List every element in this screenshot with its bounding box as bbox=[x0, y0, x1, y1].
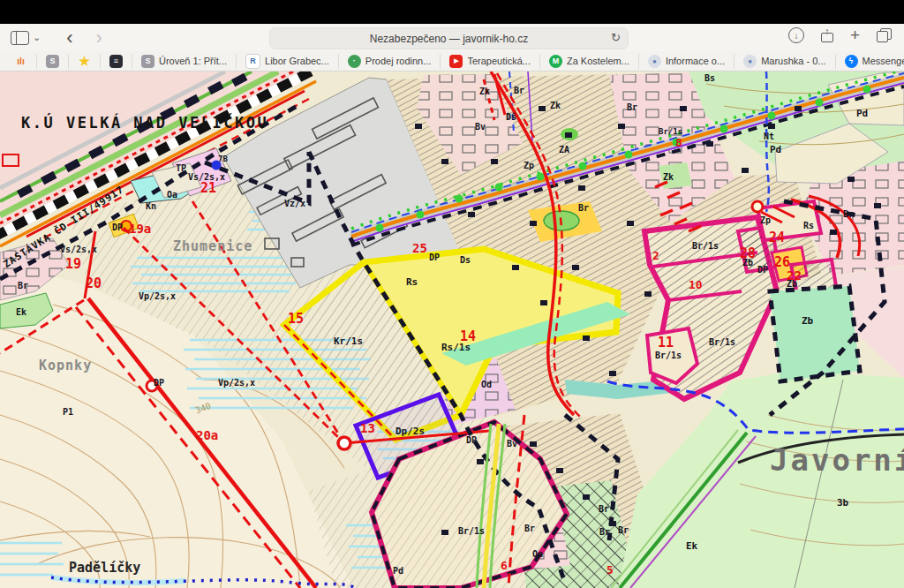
bookmarks-bar: ılıS★≡SÚroveň 1: Přít...RLibor Grabec...… bbox=[0, 51, 904, 72]
menu-bar bbox=[0, 0, 904, 24]
youtube-icon: ▶ bbox=[449, 55, 463, 68]
address-bar[interactable]: Nezabezpečeno — javornik-ho.cz ↻ bbox=[269, 27, 629, 49]
address-text: Nezabezpečeno — javornik-ho.cz bbox=[370, 33, 528, 45]
dark-logo-icon: ≡ bbox=[109, 55, 123, 68]
download-icon[interactable]: ↓ bbox=[788, 27, 804, 43]
bookmark-label: Za Kostelem... bbox=[567, 56, 629, 66]
bookmark-item-4[interactable]: SÚroveň 1: Přít... bbox=[132, 54, 237, 69]
bookmark-item-0[interactable]: ılı bbox=[5, 54, 37, 69]
bookmark-item-8[interactable]: MZa Kostelem... bbox=[540, 54, 639, 69]
star-icon: ★ bbox=[78, 55, 91, 68]
bookmark-label: Messenger |... bbox=[863, 56, 904, 66]
bookmark-label: Marushka - 0... bbox=[761, 56, 825, 66]
chevron-down-icon[interactable]: ⌄ bbox=[33, 32, 41, 43]
bookmark-item-7[interactable]: ▶Terapeutická... bbox=[441, 54, 540, 69]
bookmark-item-5[interactable]: RLibor Grabec... bbox=[237, 54, 339, 69]
map-viewport[interactable]: K.Ú VELKÁ NAD VELIČKOUZhumeniceKopnkyJav… bbox=[0, 72, 904, 588]
bookmark-item-1[interactable]: S bbox=[37, 54, 69, 69]
bookmark-item-3[interactable]: ≡ bbox=[101, 54, 132, 69]
s-square-icon: S bbox=[141, 55, 154, 68]
r-logo-icon: R bbox=[245, 54, 260, 69]
back-button[interactable]: ‹ bbox=[56, 29, 82, 47]
bookmark-label: Prodej rodinn... bbox=[365, 56, 432, 66]
browser-window: ⌄ ‹ › Nezabezpečeno — javornik-ho.cz ↻ ↓… bbox=[0, 0, 904, 588]
bookmark-label: Libor Grabec... bbox=[265, 56, 329, 66]
tab-overview-icon[interactable] bbox=[877, 28, 892, 42]
globe-icon: ● bbox=[743, 55, 757, 68]
messenger-icon: ϟ bbox=[845, 55, 858, 68]
bookmark-label: Úroveň 1: Přít... bbox=[159, 56, 227, 66]
bookmark-item-9[interactable]: ●Informace o... bbox=[639, 54, 734, 69]
bookmark-item-10[interactable]: ●Marushka - 0... bbox=[734, 54, 835, 69]
bookmark-item-11[interactable]: ϟMessenger |... bbox=[836, 54, 904, 69]
bookmark-label: Terapeutická... bbox=[467, 56, 531, 66]
m-circle-icon: M bbox=[549, 55, 562, 68]
reload-icon[interactable]: ↻ bbox=[611, 31, 621, 44]
map-svg bbox=[0, 72, 904, 588]
globe-icon: ● bbox=[648, 55, 661, 68]
new-tab-icon[interactable]: + bbox=[850, 28, 860, 42]
bookmark-label: Informace o... bbox=[666, 56, 725, 66]
share-icon[interactable]: ↑ bbox=[821, 28, 833, 42]
forward-button[interactable]: › bbox=[87, 29, 112, 47]
sidebar-icon[interactable] bbox=[11, 31, 29, 45]
green-circle-icon: · bbox=[348, 55, 361, 68]
bookmark-item-6[interactable]: ·Prodej rodinn... bbox=[339, 54, 441, 69]
analytics-icon: ılı bbox=[14, 55, 27, 68]
bookmark-item-2[interactable]: ★ bbox=[69, 54, 101, 69]
s-square-icon: S bbox=[46, 55, 59, 68]
